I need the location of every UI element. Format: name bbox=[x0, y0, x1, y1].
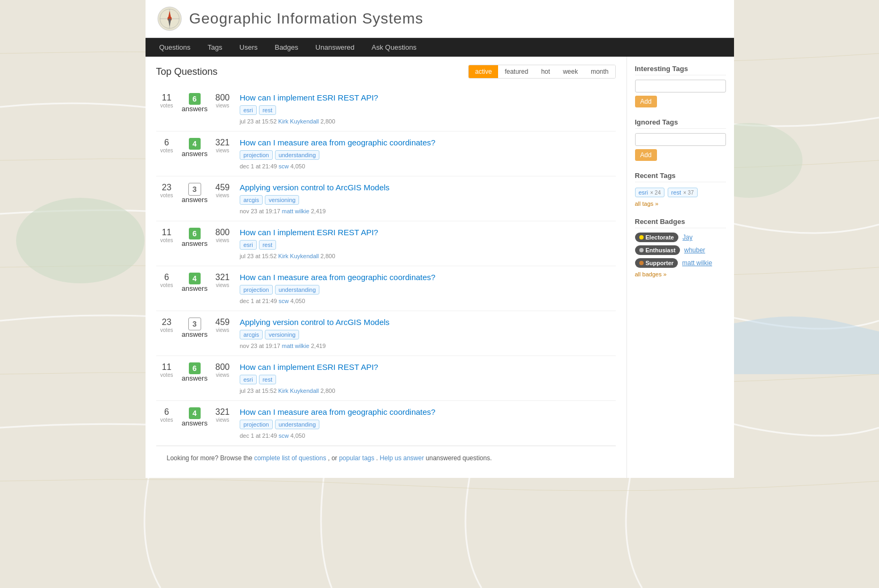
badge-user-whuber[interactable]: whuber bbox=[684, 246, 705, 254]
vote-stat: 6 votes bbox=[156, 273, 178, 292]
question-tags: arcgisversioning bbox=[240, 195, 616, 205]
recent-tag-esri[interactable]: esri × 24 bbox=[635, 188, 664, 197]
tag-projection[interactable]: projection bbox=[240, 285, 273, 295]
question-rep: 4,050 bbox=[291, 298, 305, 304]
question-row: 11 votes 6 answers 800 views How can I i… bbox=[156, 221, 616, 266]
help-us-link[interactable]: Help us answer bbox=[380, 454, 424, 462]
recent-tag-rest[interactable]: rest × 37 bbox=[668, 188, 698, 197]
question-date: jul 23 at 15:52 bbox=[240, 388, 278, 394]
question-stats: 11 votes 6 answers 800 views bbox=[156, 362, 233, 382]
question-user-link[interactable]: scw bbox=[279, 432, 289, 439]
main-content: Top Questions active featured hot week m… bbox=[146, 57, 734, 478]
question-user-link[interactable]: Kirk Kuykendall bbox=[278, 118, 319, 125]
answer-count: 6 bbox=[189, 93, 201, 105]
vote-count: 11 bbox=[162, 362, 172, 372]
answer-stat: 4 answers bbox=[182, 407, 208, 427]
question-title-link[interactable]: Applying version control to ArcGIS Model… bbox=[240, 318, 616, 327]
interesting-tags-add-button[interactable]: Add bbox=[635, 96, 657, 107]
question-meta: dec 1 at 21:49 scw 4,050 bbox=[240, 298, 616, 304]
answer-stat: 4 answers bbox=[182, 273, 208, 292]
tag-understanding[interactable]: understanding bbox=[275, 420, 320, 429]
question-meta: nov 23 at 19:17 matt wilkie 2,419 bbox=[240, 343, 616, 349]
badge-user-mattwilkie[interactable]: matt wilkie bbox=[682, 259, 712, 267]
tag-projection[interactable]: projection bbox=[240, 420, 273, 429]
tag-arcgis[interactable]: arcgis bbox=[240, 330, 263, 339]
question-user-link[interactable]: matt wilkie bbox=[282, 343, 309, 349]
answer-label: answers bbox=[182, 419, 208, 427]
questions-list: 11 votes 6 answers 800 views How can I i… bbox=[156, 87, 616, 446]
filter-tab-featured[interactable]: featured bbox=[498, 65, 534, 78]
tag-rest[interactable]: rest bbox=[259, 375, 276, 384]
filter-tabs: active featured hot week month bbox=[468, 65, 615, 79]
question-user-link[interactable]: scw bbox=[279, 298, 289, 304]
tag-projection[interactable]: projection bbox=[240, 150, 273, 160]
recent-tags-section: Recent Tags esri × 24 rest × 37 all tags… bbox=[635, 172, 726, 207]
tag-esri[interactable]: esri bbox=[240, 105, 257, 115]
filter-tab-week[interactable]: week bbox=[556, 65, 584, 78]
answer-label: answers bbox=[182, 196, 208, 204]
question-title-link[interactable]: How can I measure area from geographic c… bbox=[240, 273, 616, 282]
popular-tags-link[interactable]: popular tags bbox=[339, 454, 374, 462]
tag-understanding[interactable]: understanding bbox=[275, 150, 320, 160]
badge-row-supporter: Supporter matt wilkie bbox=[635, 258, 726, 268]
nav-item-questions[interactable]: Questions bbox=[151, 38, 200, 57]
question-title-link[interactable]: Applying version control to ArcGIS Model… bbox=[240, 183, 616, 192]
question-user-link[interactable]: Kirk Kuykendall bbox=[278, 253, 319, 259]
ignored-tags-add-button[interactable]: Add bbox=[635, 149, 657, 161]
vote-stat: 6 votes bbox=[156, 407, 178, 427]
question-tags: esrirest bbox=[240, 240, 616, 250]
filter-tab-active[interactable]: active bbox=[469, 65, 498, 78]
question-title-link[interactable]: How can I implement ESRI REST API? bbox=[240, 228, 616, 237]
nav-item-unanswered[interactable]: Unanswered bbox=[307, 38, 363, 57]
ignored-tags-input[interactable] bbox=[635, 133, 726, 146]
question-user-link[interactable]: scw bbox=[279, 163, 289, 169]
questions-title: Top Questions bbox=[156, 66, 218, 78]
views-count: 459 bbox=[216, 318, 230, 327]
complete-list-link[interactable]: complete list of questions bbox=[254, 454, 326, 462]
tag-esri[interactable]: esri bbox=[240, 240, 257, 250]
question-title-link[interactable]: How can I implement ESRI REST API? bbox=[240, 93, 616, 102]
vote-count: 6 bbox=[164, 138, 169, 148]
questions-area: Top Questions active featured hot week m… bbox=[146, 57, 627, 478]
tag-arcgis[interactable]: arcgis bbox=[240, 195, 263, 205]
question-rep: 2,800 bbox=[320, 253, 335, 259]
nav-item-badges[interactable]: Badges bbox=[266, 38, 307, 57]
question-row: 11 votes 6 answers 800 views How can I i… bbox=[156, 87, 616, 131]
badge-pill-supporter: Supporter bbox=[635, 258, 678, 268]
answer-stat: 4 answers bbox=[182, 138, 208, 158]
nav-item-tags[interactable]: Tags bbox=[199, 38, 231, 57]
logo-icon bbox=[156, 5, 183, 32]
all-tags-link[interactable]: all tags » bbox=[635, 200, 726, 207]
tag-rest[interactable]: rest bbox=[259, 240, 276, 250]
tag-versioning[interactable]: versioning bbox=[265, 330, 299, 339]
answer-label: answers bbox=[182, 150, 208, 158]
question-title-link[interactable]: How can I implement ESRI REST API? bbox=[240, 362, 616, 372]
tag-esri[interactable]: esri bbox=[240, 375, 257, 384]
tag-rest[interactable]: rest bbox=[259, 105, 276, 115]
question-user-link[interactable]: Kirk Kuykendall bbox=[278, 388, 319, 394]
question-title-link[interactable]: How can I measure area from geographic c… bbox=[240, 138, 616, 147]
recent-tags-title: Recent Tags bbox=[635, 172, 726, 182]
question-rep: 2,800 bbox=[320, 388, 335, 394]
footer-note: Looking for more? Browse the complete li… bbox=[156, 446, 616, 470]
question-user-link[interactable]: matt wilkie bbox=[282, 208, 309, 214]
filter-tab-hot[interactable]: hot bbox=[534, 65, 556, 78]
nav-item-ask[interactable]: Ask Questions bbox=[363, 38, 425, 57]
question-tags: projectionunderstanding bbox=[240, 150, 616, 160]
views-count: 800 bbox=[216, 93, 230, 103]
ignored-tags-title: Ignored Tags bbox=[635, 118, 726, 129]
question-date: jul 23 at 15:52 bbox=[240, 253, 278, 259]
vote-stat: 23 votes bbox=[156, 318, 178, 338]
answer-stat: 6 answers bbox=[182, 228, 208, 247]
all-badges-link[interactable]: all badges » bbox=[635, 271, 726, 277]
interesting-tags-input[interactable] bbox=[635, 80, 726, 92]
nav-item-users[interactable]: Users bbox=[231, 38, 266, 57]
question-title-link[interactable]: How can I measure area from geographic c… bbox=[240, 407, 616, 416]
tag-versioning[interactable]: versioning bbox=[265, 195, 299, 205]
question-meta: jul 23 at 15:52 Kirk Kuykendall 2,800 bbox=[240, 118, 616, 125]
question-stats: 6 votes 4 answers 321 views bbox=[156, 138, 233, 158]
badge-user-jay[interactable]: Jay bbox=[683, 234, 693, 241]
tag-understanding[interactable]: understanding bbox=[275, 285, 320, 295]
filter-tab-month[interactable]: month bbox=[584, 65, 615, 78]
answer-count: 4 bbox=[189, 407, 201, 419]
